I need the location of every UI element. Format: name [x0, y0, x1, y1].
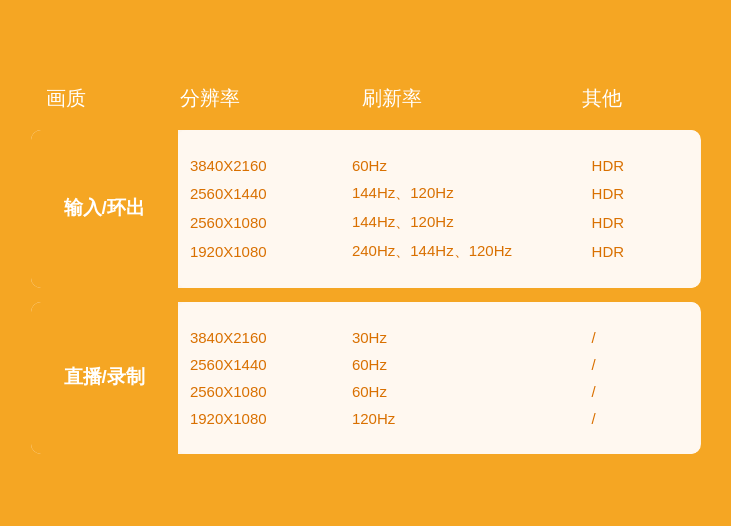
header-quality: 画质 — [16, 85, 170, 112]
sections-wrapper: 输入/环出 3840X2160 60Hz HDR 2560X1440 144Hz… — [16, 130, 716, 454]
main-container: 画质 分辨率 刷新率 其他 输入/环出 3840X2160 60Hz HDR 2… — [16, 63, 716, 464]
section-data-input-output: 3840X2160 60Hz HDR 2560X1440 144Hz、120Hz… — [178, 130, 701, 288]
table-row: 3840X2160 60Hz HDR — [178, 152, 701, 179]
header-refresh: 刷新率 — [352, 85, 562, 112]
section-live-record: 直播/录制 3840X2160 30Hz / 2560X1440 60Hz / … — [31, 302, 701, 454]
section-label-input-output: 输入/环出 — [31, 130, 178, 288]
table-row: 2560X1440 60Hz / — [178, 351, 701, 378]
table-row: 2560X1080 144Hz、120Hz HDR — [178, 208, 701, 237]
table-row: 2560X1080 60Hz / — [178, 378, 701, 405]
table-row: 1920X1080 240Hz、144Hz、120Hz HDR — [178, 237, 701, 266]
header-other: 其他 — [562, 85, 716, 112]
table-row: 2560X1440 144Hz、120Hz HDR — [178, 179, 701, 208]
table-header: 画质 分辨率 刷新率 其他 — [16, 73, 716, 130]
section-data-live-record: 3840X2160 30Hz / 2560X1440 60Hz / 2560X1… — [178, 302, 701, 454]
section-input-output: 输入/环出 3840X2160 60Hz HDR 2560X1440 144Hz… — [31, 130, 701, 288]
table-row: 1920X1080 120Hz / — [178, 405, 701, 432]
header-resolution: 分辨率 — [170, 85, 352, 112]
table-row: 3840X2160 30Hz / — [178, 324, 701, 351]
section-label-live-record: 直播/录制 — [31, 302, 178, 454]
